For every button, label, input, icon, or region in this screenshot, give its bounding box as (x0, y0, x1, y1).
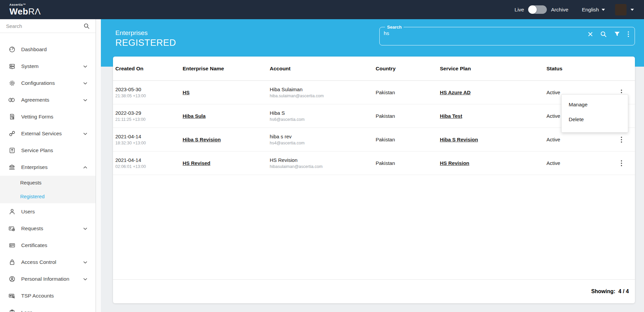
search-icon[interactable] (84, 23, 89, 29)
created-on-cell: 2021-04-14 02:06:01 +13:00 (115, 157, 183, 169)
country-cell: Pakistan (376, 137, 440, 142)
sidebar-item-tsp-accounts[interactable]: TSP Accounts (0, 287, 96, 304)
sidebar-item-service-plans[interactable]: Service Plans (0, 142, 96, 159)
column-header-created-on[interactable]: Created On (115, 66, 183, 72)
row-actions-kebab-icon[interactable] (618, 137, 625, 143)
enterprise-name-link[interactable]: Hiba S Revision (183, 137, 221, 142)
enterprise-name-link[interactable]: HS (183, 90, 190, 95)
sidebar-item-enterprises-requests[interactable]: Requests (0, 176, 96, 189)
language-label: English (582, 7, 599, 13)
id-card-clock-icon (8, 225, 15, 232)
live-archive-toggle[interactable] (528, 5, 547, 14)
sidebar-search-input[interactable] (6, 23, 84, 29)
created-on-cell: 2021-04-14 18:32:30 +13:00 (115, 134, 183, 145)
filter-icon[interactable] (614, 31, 620, 37)
brand-name: WebRΛ (9, 7, 41, 16)
sidebar-item-label: Personal Information (21, 276, 69, 282)
sidebar-item-external-services[interactable]: External Services (0, 125, 96, 142)
account-name: hiba s rev (270, 134, 376, 139)
account-email: hibasulaiman@ascertia.com (270, 164, 376, 169)
menu-item-delete[interactable]: Delete (562, 112, 628, 127)
created-date: 2023-05-30 (115, 86, 183, 92)
row-actions-kebab-icon[interactable] (618, 160, 625, 166)
sidebar-item-label: Logs (21, 310, 33, 312)
table-row: 2021-04-14 02:06:01 +13:00 HS Revised HS… (113, 151, 635, 175)
sidebar-item-dashboard[interactable]: Dashboard (0, 41, 96, 58)
sidebar-item-label: Agreements (21, 97, 49, 103)
table-search-input[interactable] (384, 30, 588, 38)
menu-item-manage[interactable]: Manage (562, 97, 628, 112)
enterprise-name-link[interactable]: Hiba Sula (183, 113, 205, 119)
user-menu-chevron-down-icon[interactable] (631, 9, 634, 11)
sidebar-item-access-control[interactable]: Access Control (0, 254, 96, 271)
account-cell: hiba s rev hs4@ascertia.com (270, 134, 376, 145)
toggle-knob[interactable] (528, 5, 537, 14)
sidebar-scrollbar[interactable] (96, 19, 101, 312)
sidebar-item-system[interactable]: System (0, 58, 96, 75)
kebab-menu-icon[interactable] (628, 31, 629, 37)
clipboard-icon (8, 309, 15, 312)
sidebar-item-requests[interactable]: Requests (0, 220, 96, 237)
chevron-down-icon (83, 64, 87, 69)
language-dropdown[interactable]: English (582, 7, 605, 13)
clear-search-icon[interactable] (588, 32, 593, 37)
account-email: hiba.sulaiman@ascertia.com (270, 94, 376, 98)
account-search-icon (8, 292, 15, 299)
created-date: 2022-03-29 (115, 110, 183, 116)
column-header-country[interactable]: Country (376, 66, 440, 72)
column-header-account[interactable]: Account (270, 66, 376, 72)
sidebar-item-logs[interactable]: Logs (0, 304, 96, 312)
enterprise-name-link[interactable]: HS Revised (183, 160, 211, 166)
sidebar-item-label: TSP Accounts (21, 293, 54, 299)
page-title-text: REGISTERED (115, 38, 176, 48)
brand-name-web: Web (9, 6, 28, 16)
account-cell: Hiba Sulaiman hiba.sulaiman@ascertia.com (270, 86, 376, 98)
archive-label: Archive (551, 7, 568, 13)
sidebar-item-vetting-forms[interactable]: Vetting Forms (0, 108, 96, 125)
link-icon (8, 130, 15, 137)
created-on-cell: 2023-05-30 21:38:05 +13:00 (115, 86, 183, 98)
sidebar-item-certificates[interactable]: Certificates (0, 237, 96, 254)
showing-label: Showing: (591, 288, 615, 294)
sidebar-item-enterprises[interactable]: Enterprises (0, 159, 96, 176)
account-cell: HS Revision hibasulaiman@ascertia.com (270, 157, 376, 169)
account-cell: Hiba S hs6@ascertia.com (270, 110, 376, 122)
service-plan-link[interactable]: HS Revision (440, 160, 469, 166)
status-cell: Active (546, 137, 618, 142)
created-time: 02:06:01 +13:00 (115, 164, 183, 169)
submenu-item-label: Registered (20, 194, 45, 199)
row-context-menu: Manage Delete (561, 94, 628, 133)
table-row: 2023-05-30 21:38:05 +13:00 HS Hiba Sulai… (113, 81, 635, 104)
column-header-status[interactable]: Status (546, 66, 618, 72)
column-header-service-plan[interactable]: Service Plan (440, 66, 546, 72)
service-plan-link[interactable]: Hiba Test (440, 113, 462, 119)
chevron-down-icon (83, 81, 87, 85)
created-date: 2021-04-14 (115, 157, 183, 163)
chevron-down-icon (83, 277, 87, 281)
showing-count: 4 / 4 (618, 288, 629, 294)
table-header-row: Created On Enterprise Name Account Count… (113, 57, 635, 81)
country-cell: Pakistan (376, 160, 440, 166)
sidebar-item-label: Configurations (21, 80, 55, 86)
page-title: Enterprises REGISTERED (115, 29, 176, 48)
document-search-icon (8, 113, 15, 120)
avatar[interactable] (615, 4, 627, 15)
sidebar-item-label: Access Control (21, 259, 56, 265)
account-email: hs4@ascertia.com (270, 141, 376, 145)
chevron-down-icon (83, 260, 87, 265)
service-plan-link[interactable]: HS Azure AD (440, 90, 470, 95)
column-header-enterprise-name[interactable]: Enterprise Name (183, 66, 270, 72)
sidebar-item-agreements[interactable]: Agreements (0, 92, 96, 108)
search-icon[interactable] (600, 31, 607, 37)
table-footer: Showing: 4 / 4 (113, 279, 635, 303)
table-row: 2022-03-29 21:11:25 +13:00 Hiba Sula Hib… (113, 104, 635, 128)
service-plan-link[interactable]: Hiba S Revision (440, 137, 478, 142)
page-context: Enterprises (115, 29, 176, 37)
table-search-box: Search (379, 25, 635, 45)
sidebar-item-label: System (21, 63, 39, 69)
brand-logo[interactable]: Ascertia™ WebRΛ (9, 3, 41, 16)
sidebar-item-personal-information[interactable]: Personal Information (0, 271, 96, 287)
sidebar-item-configurations[interactable]: Configurations (0, 75, 96, 92)
sidebar-item-enterprises-registered[interactable]: Registered (0, 189, 96, 203)
sidebar-item-users[interactable]: Users (0, 203, 96, 220)
